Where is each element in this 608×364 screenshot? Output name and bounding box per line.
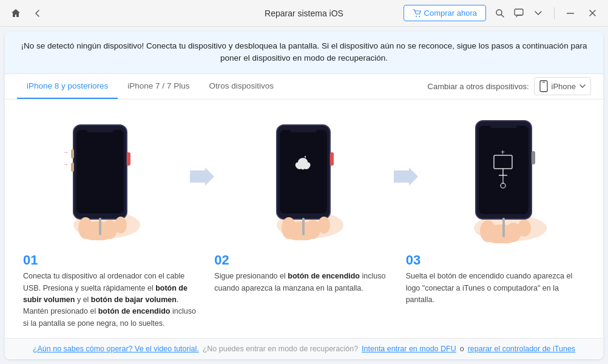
- arrow-icon-1: [190, 167, 214, 186]
- desc-row: 01 Conecta tu dispositivo al ordenador c…: [5, 248, 603, 338]
- svg-rect-29: [330, 152, 334, 166]
- separator: [554, 7, 555, 19]
- chat-icon[interactable]: [510, 5, 527, 22]
- svg-text:+: +: [501, 148, 505, 157]
- step2-text: Sigue presionando el botón de encendido …: [214, 271, 393, 294]
- step3-number: 03: [406, 252, 585, 268]
- phone-illustration-2: [252, 113, 356, 240]
- svg-rect-13: [87, 127, 113, 132]
- footer-middle-text: ¿No puedes entrar en modo de recuperació…: [203, 345, 358, 353]
- svg-point-47: [480, 220, 496, 242]
- nav-buttons: [7, 5, 46, 22]
- svg-point-32: [306, 220, 320, 239]
- svg-rect-15: [71, 149, 74, 158]
- phone-wrapper-2: [252, 113, 356, 240]
- tab-iphone8[interactable]: iPhone 8 y posteriores: [17, 74, 118, 99]
- title-bar-right: Comprar ahora: [404, 5, 601, 22]
- svg-point-33: [318, 217, 330, 234]
- svg-marker-35: [394, 167, 418, 186]
- phone-wrapper-3: +: [453, 110, 562, 243]
- images-row: → →: [5, 99, 603, 248]
- desc-item-1: 01 Conecta tu dispositivo al ordenador c…: [17, 252, 208, 329]
- svg-point-18: [78, 217, 93, 239]
- search-icon[interactable]: [491, 5, 508, 22]
- device-name: iPhone: [552, 82, 576, 91]
- alert-banner: ¡No se detectó ningún dispositivo! Conec…: [5, 32, 603, 74]
- arrow-icon-2: [394, 167, 418, 186]
- tabs-bar: iPhone 8 y posteriores iPhone 7 / 7 Plus…: [5, 74, 603, 99]
- home-button[interactable]: [7, 5, 24, 22]
- svg-point-0: [416, 16, 417, 17]
- tutorial-link[interactable]: ¿Aún no sabes cómo operar? Ve el video t…: [33, 345, 199, 353]
- device-switcher-label: Cambiar a otros dispositivos:: [428, 82, 529, 91]
- close-button[interactable]: [584, 5, 601, 22]
- itunes-link[interactable]: reparar el controlador de iTunes: [468, 345, 575, 353]
- title-bar: Reparar sistema iOS Comprar ahora: [0, 0, 608, 27]
- step1-image: → →: [17, 113, 184, 240]
- svg-point-20: [115, 217, 127, 234]
- phone-wrapper-1: → →: [49, 113, 152, 240]
- svg-rect-38: [479, 126, 529, 214]
- svg-rect-51: [532, 151, 535, 164]
- minimize-button[interactable]: [562, 5, 579, 22]
- svg-rect-16: [71, 163, 74, 172]
- svg-rect-28: [290, 127, 317, 132]
- alert-text: ¡No se detectó ningún dispositivo! Conec…: [21, 41, 587, 62]
- desc-item-2: 02 Sigue presionando el botón de encendi…: [208, 252, 399, 329]
- desc-item-3: 03 Suelta el botón de encendido cuando a…: [400, 252, 591, 329]
- phone-small-icon: [539, 80, 548, 92]
- svg-point-1: [419, 16, 420, 17]
- buy-button[interactable]: Comprar ahora: [404, 5, 486, 21]
- step3-text: Suelta el botón de encendido cuando apar…: [406, 271, 585, 306]
- svg-rect-12: [76, 130, 124, 214]
- svg-rect-14: [127, 152, 130, 166]
- toolbar-icons: [491, 5, 547, 22]
- svg-marker-24: [190, 167, 214, 186]
- chevron-down-icon[interactable]: [530, 5, 547, 22]
- svg-rect-39: [490, 123, 517, 128]
- steps-area: → →: [5, 99, 603, 339]
- svg-point-49: [518, 220, 531, 237]
- footer: ¿Aún no sabes cómo operar? Ve el video t…: [5, 338, 603, 359]
- step3-image: +: [424, 110, 591, 243]
- main-content: ¡No se detectó ningún dispositivo! Conec…: [5, 32, 603, 359]
- dropdown-chevron-icon: [579, 84, 586, 89]
- svg-point-19: [103, 220, 117, 239]
- dfu-link[interactable]: Intenta entrar en modo DFU: [362, 345, 456, 353]
- tab-iphone7[interactable]: iPhone 7 / 7 Plus: [118, 74, 199, 99]
- step2-number: 02: [214, 252, 393, 268]
- device-switcher: Cambiar a otros dispositivos: iPhone: [428, 77, 591, 95]
- phone-illustration-3: +: [453, 110, 562, 243]
- svg-rect-4: [515, 9, 523, 15]
- footer-or: o: [460, 345, 464, 353]
- step2-image: [220, 113, 387, 240]
- tab-other-devices[interactable]: Otros dispositivos: [199, 74, 283, 99]
- window-title: Reparar sistema iOS: [265, 8, 343, 18]
- phone-illustration-1: → →: [49, 113, 152, 240]
- step1-number: 01: [23, 252, 202, 268]
- svg-text:→: →: [63, 149, 69, 155]
- svg-point-31: [282, 217, 296, 239]
- back-button[interactable]: [29, 5, 46, 22]
- svg-text:→: →: [63, 161, 69, 167]
- device-dropdown[interactable]: iPhone: [534, 77, 591, 95]
- step1-text: Conecta tu dispositivo al ordenador con …: [23, 271, 202, 329]
- arrow-2: [388, 167, 424, 186]
- svg-line-3: [501, 15, 504, 17]
- arrow-1: [184, 167, 220, 186]
- svg-rect-27: [280, 130, 327, 214]
